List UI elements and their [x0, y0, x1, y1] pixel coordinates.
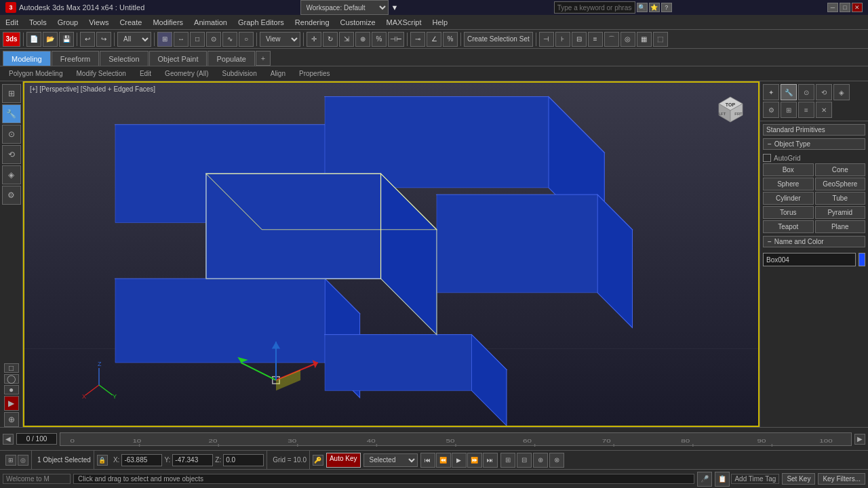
- filter-dropdown[interactable]: All: [117, 32, 151, 47]
- select-region-btn[interactable]: ↔: [174, 32, 189, 47]
- sidebar-small-2[interactable]: ◯: [4, 374, 19, 384]
- save-btn[interactable]: 💾: [59, 32, 74, 47]
- sidebar-small-1[interactable]: □: [4, 363, 19, 373]
- scale-btn[interactable]: ⇲: [339, 32, 354, 47]
- new-btn[interactable]: 📄: [26, 32, 41, 47]
- time-tag-icon[interactable]: 📋: [715, 472, 730, 487]
- render-btn[interactable]: ▦: [637, 32, 652, 47]
- rotate-btn[interactable]: ↻: [323, 32, 338, 47]
- menu-views[interactable]: Views: [83, 17, 114, 28]
- z-coord-input[interactable]: [223, 454, 264, 466]
- menu-customize[interactable]: Customize: [335, 17, 381, 28]
- btn-box[interactable]: Box: [763, 163, 814, 176]
- panel-create-tab[interactable]: ✦: [763, 84, 779, 100]
- autokey-btn[interactable]: Auto Key: [326, 453, 361, 468]
- maximize-button[interactable]: □: [840, 3, 850, 12]
- subtab-properties[interactable]: Properties: [293, 68, 336, 79]
- btn-teapot[interactable]: Teapot: [763, 220, 814, 233]
- menu-animation[interactable]: Animation: [189, 17, 233, 28]
- menu-tools[interactable]: Tools: [24, 17, 52, 28]
- search-icon[interactable]: 🔍: [637, 3, 648, 12]
- btn-sphere[interactable]: Sphere: [763, 178, 814, 190]
- panel-utilities-tab[interactable]: ⚙: [763, 102, 779, 118]
- primitives-dropdown[interactable]: Standard PrimitivesExtended PrimitivesCo…: [763, 124, 865, 136]
- move-btn[interactable]: ✛: [307, 32, 321, 47]
- panel-hierarchy-tab[interactable]: ⊙: [798, 84, 814, 100]
- sidebar-animate-btn[interactable]: ▶: [4, 396, 19, 411]
- select-obj-btn[interactable]: ⊞: [157, 32, 172, 47]
- sidebar-utilities-btn[interactable]: ⚙: [2, 186, 21, 205]
- status-icon-2[interactable]: ◎: [18, 455, 28, 466]
- autogrid-checkbox[interactable]: [763, 154, 771, 162]
- search-highlight-icon[interactable]: ⭐: [649, 3, 660, 12]
- y-coord-input[interactable]: [172, 454, 213, 466]
- tab-modeling[interactable]: Modeling: [3, 51, 51, 66]
- prev-frame-btn[interactable]: ⏪: [436, 453, 451, 468]
- sidebar-create-btn[interactable]: ⊞: [2, 84, 21, 103]
- btn-cylinder[interactable]: Cylinder: [763, 192, 814, 205]
- open-btn[interactable]: 📂: [43, 32, 58, 47]
- panel-extra3-tab[interactable]: ✕: [816, 102, 832, 118]
- btn-plane[interactable]: Plane: [815, 220, 866, 233]
- help-icon[interactable]: ?: [661, 3, 672, 12]
- nav-cube[interactable]: TOP LFT FRT: [709, 87, 753, 131]
- tab-freeform[interactable]: Freeform: [52, 51, 100, 66]
- pct-snap[interactable]: %: [443, 32, 458, 47]
- panel-extra-tab[interactable]: ⊞: [781, 102, 797, 118]
- minimize-button[interactable]: ─: [827, 3, 838, 12]
- btn-torus[interactable]: Torus: [763, 206, 814, 219]
- btn-geosphere[interactable]: GeoSphere: [815, 178, 866, 190]
- skip-start-btn[interactable]: ⏮: [420, 453, 435, 468]
- close-button[interactable]: ✕: [852, 3, 863, 12]
- layer-btn[interactable]: ≡: [588, 32, 603, 47]
- timeline-arrow-right[interactable]: ▶: [854, 434, 865, 445]
- align-btn[interactable]: ⊦: [555, 32, 570, 47]
- status-icon-1[interactable]: ⊞: [5, 455, 16, 466]
- sidebar-small-3[interactable]: ●: [4, 385, 19, 394]
- object-name-input[interactable]: [763, 253, 856, 266]
- app-icon-btn[interactable]: 3ds: [3, 32, 20, 47]
- subtab-edit[interactable]: Edit: [134, 68, 157, 79]
- panel-modify-tab[interactable]: 🔧: [781, 84, 797, 100]
- select-region2-btn[interactable]: ⊙: [206, 32, 221, 47]
- create-selection-btn[interactable]: Create Selection Set: [464, 32, 533, 47]
- ctrl1-btn[interactable]: ⊞: [500, 453, 515, 468]
- key-filters-btn[interactable]: Key Filters...: [818, 473, 865, 485]
- sidebar-modify-btn[interactable]: 🔧: [2, 104, 21, 123]
- sidebar-hierarchy-btn[interactable]: ⊙: [2, 125, 21, 144]
- ribbon-btn[interactable]: ◎: [620, 32, 635, 47]
- btn-tube[interactable]: Tube: [815, 192, 866, 205]
- sidebar-bot-btn[interactable]: ⊕: [4, 412, 19, 427]
- stop-btn[interactable]: ⏩: [467, 453, 482, 468]
- select-paint-btn[interactable]: ○: [239, 32, 254, 47]
- set-key-btn[interactable]: Set Key: [782, 473, 815, 485]
- x-coord-input[interactable]: [121, 454, 162, 466]
- btn-cone[interactable]: Cone: [815, 163, 866, 176]
- subtab-subdivision[interactable]: Subdivision: [216, 68, 263, 79]
- ctrl2-btn[interactable]: ⊟: [517, 453, 532, 468]
- tab-populate[interactable]: Populate: [208, 51, 254, 66]
- btn-pyramid[interactable]: Pyramid: [815, 206, 866, 219]
- viewport[interactable]: [+] [Perspective] [Shaded + Edged Faces]: [23, 81, 760, 427]
- mirror-btn[interactable]: ⊣⊢: [388, 32, 404, 47]
- menu-graph-editors[interactable]: Graph Editors: [233, 17, 290, 28]
- scale2-btn[interactable]: ⊕: [355, 32, 370, 47]
- curve-btn[interactable]: ⌒: [604, 32, 619, 47]
- tab-add[interactable]: +: [256, 51, 271, 66]
- sidebar-motion-btn[interactable]: ⟲: [2, 145, 21, 164]
- view-dropdown[interactable]: View: [260, 32, 300, 47]
- mirror-obj-btn[interactable]: ⊣: [539, 32, 554, 47]
- ctrl4-btn[interactable]: ⊗: [549, 453, 564, 468]
- menu-group[interactable]: Group: [52, 17, 84, 28]
- play-btn[interactable]: ▶: [452, 453, 467, 468]
- color-swatch[interactable]: [859, 253, 865, 266]
- subtab-geometry-all[interactable]: Geometry (All): [159, 68, 214, 79]
- lock-icon[interactable]: 🔒: [97, 455, 108, 466]
- select-box-btn[interactable]: □: [190, 32, 205, 47]
- angle-snap[interactable]: ∠: [427, 32, 441, 47]
- search-input[interactable]: [554, 1, 635, 14]
- name-color-header[interactable]: − Name and Color: [763, 236, 865, 247]
- menu-help[interactable]: Help: [427, 17, 454, 28]
- undo-btn[interactable]: ↩: [80, 32, 95, 47]
- menu-rendering[interactable]: Rendering: [290, 17, 335, 28]
